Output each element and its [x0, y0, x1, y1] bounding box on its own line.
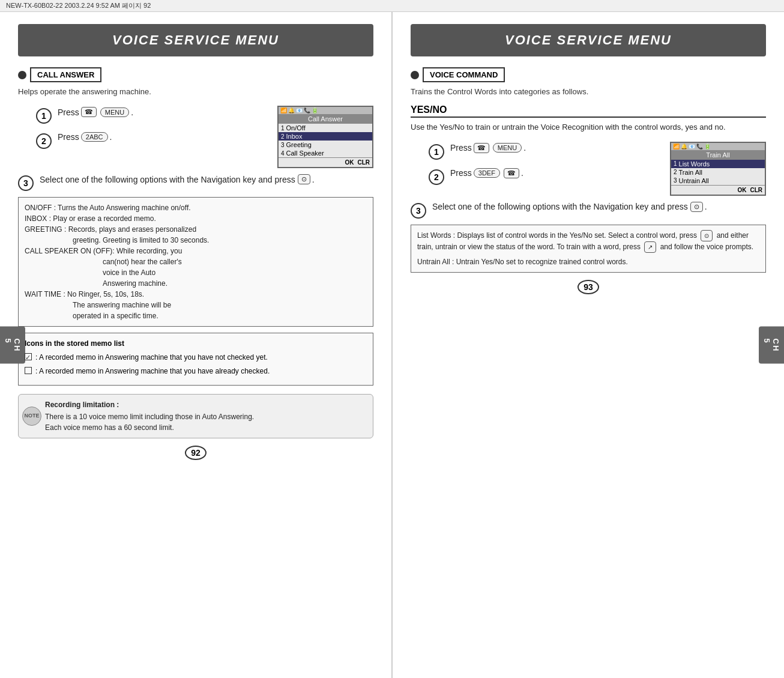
screen-row-train-all: 2Train All	[671, 168, 765, 177]
yes-no-heading: YES/NO	[411, 104, 766, 118]
steps-col-left: 1 Press ☎ MENU . 2 Press 2ABC .	[18, 103, 252, 171]
screen-ok-right: OK	[737, 187, 746, 193]
voice-command-label: VOICE COMMAND	[411, 67, 766, 82]
screen-row-untrain-all: 3Untrain All	[671, 177, 765, 185]
steps-col-right: 1 Press ☎ MENU . 2 Press 3DEF ☎ .	[411, 139, 645, 198]
step-3-right: 3 Select one of the following options wi…	[411, 202, 766, 219]
section-dot	[18, 71, 26, 79]
screen-clr-right: CLR	[750, 187, 762, 193]
note-icon: NOTE	[22, 407, 41, 426]
step-1-content: Press ☎ MENU .	[58, 107, 234, 117]
right-page-header: VOICE SERVICE MENU	[411, 24, 766, 56]
key-nav-right: ⊙	[690, 202, 703, 212]
section-dot-right	[411, 71, 419, 79]
key-phone-right: ☎	[474, 143, 489, 153]
step-2-right: 2 Press 3DEF ☎ .	[429, 168, 627, 185]
key-3def: 3DEF	[474, 168, 500, 178]
screen-clr-left: CLR	[357, 159, 370, 166]
step-circle-2: 2	[36, 133, 52, 149]
screen-buttons-right: OK CLR	[671, 185, 765, 195]
step-circle-2-right: 2	[429, 169, 444, 185]
call-answer-desc: Helps operate the answering machine.	[18, 87, 373, 96]
right-page: CH5 VOICE SERVICE MENU VOICE COMMAND Tra…	[393, 12, 784, 678]
step-3-left: 3 Select one of the following options wi…	[18, 174, 373, 191]
top-bar: NEW-TX-60B02-22 2003.2.24 9:52 AM 페이지 92	[0, 0, 784, 12]
step-circle-3-right: 3	[411, 203, 426, 219]
info-box-left: ON/OFF : Turns the Auto Answering machin…	[18, 197, 373, 327]
steps-with-screen-left: 1 Press ☎ MENU . 2 Press 2ABC .	[18, 103, 373, 171]
step-3-content-right: Select one of the following options with…	[432, 202, 766, 212]
call-answer-label: CALL ANSWER	[18, 67, 373, 82]
screen-buttons-left: OK CLR	[279, 157, 372, 167]
icon-row-unchecked: : A recorded memo in Answering machine t…	[25, 366, 367, 377]
screen-row-greeting: 3Greeting	[279, 141, 372, 149]
screen-row-on-off: 1On/Off	[279, 124, 372, 132]
step-circle-1-right: 1	[429, 144, 444, 160]
key-2abc: 2ABC	[81, 132, 108, 142]
steps-with-screen-right: 1 Press ☎ MENU . 2 Press 3DEF ☎ .	[411, 139, 766, 198]
step-3-content: Select one of the following options with…	[40, 174, 373, 184]
screen-header-icons-right: 📶 🔔 📧 📞 🔋	[671, 143, 765, 150]
left-page-header: VOICE SERVICE MENU	[18, 24, 373, 56]
screen-title-right: Train All	[671, 150, 765, 160]
info-box-right: List Words : Displays list of control wo…	[411, 225, 766, 273]
key-handset-right: ☎	[504, 168, 519, 178]
key-nav-left: ⊙	[298, 174, 310, 184]
step-2-left: 2 Press 2ABC .	[36, 132, 234, 149]
icons-box-left: Icons in the stored memo list : A record…	[18, 333, 373, 386]
yes-no-desc: Use the Yes/No to train or untrain the V…	[411, 121, 766, 133]
step-circle-3: 3	[18, 175, 34, 191]
page-number-left: 92	[0, 448, 391, 458]
step-1-left: 1 Press ☎ MENU .	[36, 107, 234, 124]
screen-row-call-speaker: 4Call Speaker	[279, 149, 372, 157]
step-2-content: Press 2ABC .	[58, 132, 234, 142]
step-circle-1: 1	[36, 108, 52, 124]
step-1-content-right: Press ☎ MENU .	[450, 143, 627, 153]
note-box-left: NOTE Recording limitation : There is a 1…	[18, 394, 373, 438]
step-2-content-right: Press 3DEF ☎ .	[450, 168, 627, 178]
ch-tab-left: CH5	[0, 326, 25, 364]
screen-title-left: Call Answer	[279, 114, 372, 124]
key-menu-left: MENU	[100, 107, 129, 117]
unchecked-icon	[25, 367, 32, 374]
screen-right: 📶 🔔 📧 📞 🔋 Train All 1List Words 2Train A…	[670, 142, 766, 196]
voice-command-desc: Trains the Control Words into categories…	[411, 87, 766, 96]
screen-row-list-words: 1List Words	[671, 160, 765, 168]
screen-ok-left: OK	[345, 159, 354, 166]
step-1-right: 1 Press ☎ MENU .	[429, 143, 627, 160]
page-number-right: 93	[393, 282, 784, 292]
screen-header-icons: 📶 🔔 📧 📞 🔋	[279, 107, 372, 114]
screen-row-inbox: 2Inbox	[279, 132, 372, 141]
screen-left: 📶 🔔 📧 📞 🔋 Call Answer 1On/Off 2Inbox	[277, 106, 373, 168]
checked-icon	[25, 353, 32, 360]
key-phone-left: ☎	[81, 107, 97, 117]
key-menu-right: MENU	[493, 143, 522, 153]
icon-row-checked: : A recorded memo in Answering machine t…	[25, 352, 367, 363]
screen-mockup-left: 📶 🔔 📧 📞 🔋 Call Answer 1On/Off 2Inbox	[259, 103, 373, 171]
screen-mockup-right: 📶 🔔 📧 📞 🔋 Train All 1List Words 2Train A…	[652, 139, 766, 198]
left-page: CH5 VOICE SERVICE MENU CALL ANSWER Helps…	[0, 12, 393, 678]
ch-tab-right: CH5	[759, 326, 784, 364]
